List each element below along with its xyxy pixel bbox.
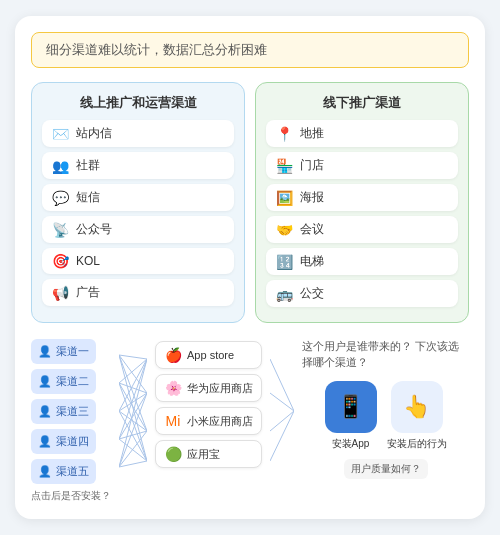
list-item: 📡 公众号	[42, 216, 234, 243]
item-label: 社群	[76, 157, 100, 174]
left-connector	[119, 341, 147, 481]
list-item: 👤 渠道二	[31, 369, 96, 394]
list-item: 👤 渠道四	[31, 429, 96, 454]
list-item: 👤 渠道三	[31, 399, 96, 424]
item-label: 公众号	[76, 221, 112, 238]
install-app-action: 📱 安装App	[325, 381, 377, 451]
list-item: Mi 小米应用商店	[155, 407, 262, 435]
left-channels-list: 👤 渠道一 👤 渠道二 👤 渠道三 👤 渠道四 👤 渠道五	[31, 339, 96, 484]
svg-line-21	[270, 393, 294, 411]
list-item: 🖼️ 海报	[266, 184, 458, 211]
ad-icon: 📢	[50, 285, 70, 301]
item-label: 地推	[300, 125, 324, 142]
app-stores-list: 🍎 App store 🌸 华为应用商店 Mi 小米应用商店 🟢 应用宝	[155, 341, 262, 468]
main-title: 细分渠道难以统计，数据汇总分析困难	[46, 42, 267, 57]
right-lines-svg	[270, 341, 294, 481]
offline-channel-box: 线下推广渠道 📍 地推 🏪 门店 🖼️ 海报 🤝 会议	[255, 82, 469, 323]
poster-icon: 🖼️	[274, 190, 294, 206]
item-label: 会议	[300, 221, 324, 238]
action-boxes: 📱 安装App 👆 安装后的行为	[325, 381, 447, 451]
install-app-icon-box: 📱	[325, 381, 377, 433]
post-install-action: 👆 安装后的行为	[387, 381, 447, 451]
meeting-icon: 🤝	[274, 222, 294, 238]
user-icon: 👤	[38, 345, 52, 358]
street-icon: 📍	[274, 126, 294, 142]
svg-line-0	[119, 355, 147, 359]
list-item: 🍎 App store	[155, 341, 262, 369]
list-item: 💬 短信	[42, 184, 234, 211]
app-label: 应用宝	[187, 447, 220, 462]
question-text: 这个用户是谁带来的？ 下次该选择哪个渠道？	[302, 340, 459, 368]
offline-items-list: 📍 地推 🏪 门店 🖼️ 海报 🤝 会议 🔢 电梯	[266, 120, 458, 307]
user-icon: 👤	[38, 375, 52, 388]
install-app-label: 安装App	[332, 437, 370, 451]
list-item: 🏪 门店	[266, 152, 458, 179]
item-label: 海报	[300, 189, 324, 206]
message-icon: ✉️	[50, 126, 70, 142]
kol-icon: 🎯	[50, 253, 70, 269]
channels-row: 线上推广和运营渠道 ✉️ 站内信 👥 社群 💬 短信 📡 公众号	[31, 82, 469, 323]
user-icon: 👤	[38, 465, 52, 478]
store-icon: 🏪	[274, 158, 294, 174]
bottom-flow-section: 👤 渠道一 👤 渠道二 👤 渠道三 👤 渠道四 👤 渠道五	[31, 339, 469, 503]
elevator-icon: 🔢	[274, 254, 294, 270]
right-connector	[270, 341, 294, 481]
list-item: 📍 地推	[266, 120, 458, 147]
left-channels-column: 👤 渠道一 👤 渠道二 👤 渠道三 👤 渠道四 👤 渠道五	[31, 339, 111, 503]
left-lines-svg	[119, 341, 147, 481]
touch-icon: 👆	[403, 394, 430, 420]
list-item: 🎯 KOL	[42, 248, 234, 274]
svg-line-6	[119, 383, 147, 431]
user-icon: 👤	[38, 435, 52, 448]
bus-icon: 🚌	[274, 286, 294, 302]
list-item: 👤 渠道五	[31, 459, 96, 484]
list-item: 👤 渠道一	[31, 339, 96, 364]
post-install-label: 安装后的行为	[387, 437, 447, 451]
phone-icon: 📱	[337, 394, 364, 420]
group-icon: 👥	[50, 158, 70, 174]
list-item: ✉️ 站内信	[42, 120, 234, 147]
list-item: 🟢 应用宝	[155, 440, 262, 468]
online-channel-box: 线上推广和运营渠道 ✉️ 站内信 👥 社群 💬 短信 📡 公众号	[31, 82, 245, 323]
list-item: 🚌 公交	[266, 280, 458, 307]
item-label: KOL	[76, 254, 100, 268]
app-label: 小米应用商店	[187, 414, 253, 429]
right-question: 这个用户是谁带来的？ 下次该选择哪个渠道？	[302, 339, 469, 371]
wechat-icon: 📡	[50, 222, 70, 238]
channel-label: 渠道三	[56, 404, 89, 419]
item-label: 门店	[300, 157, 324, 174]
item-label: 广告	[76, 284, 100, 301]
sms-icon: 💬	[50, 190, 70, 206]
item-label: 公交	[300, 285, 324, 302]
main-card: 细分渠道难以统计，数据汇总分析困难 线上推广和运营渠道 ✉️ 站内信 👥 社群 …	[15, 16, 485, 519]
list-item: 📢 广告	[42, 279, 234, 306]
huawei-icon: 🌸	[164, 380, 182, 396]
list-item: 👥 社群	[42, 152, 234, 179]
title-bar: 细分渠道难以统计，数据汇总分析困难	[31, 32, 469, 68]
install-question: 点击后是否安装？	[31, 489, 111, 503]
list-item: 🔢 电梯	[266, 248, 458, 275]
item-label: 短信	[76, 189, 100, 206]
online-items-list: ✉️ 站内信 👥 社群 💬 短信 📡 公众号 🎯 KOL	[42, 120, 234, 306]
post-install-icon-box: 👆	[391, 381, 443, 433]
item-label: 站内信	[76, 125, 112, 142]
right-section: 这个用户是谁带来的？ 下次该选择哪个渠道？ 📱 安装App 👆 安装后的行为 用…	[302, 339, 469, 479]
channel-label: 渠道五	[56, 464, 89, 479]
list-item: 🤝 会议	[266, 216, 458, 243]
user-quality-label: 用户质量如何？	[344, 459, 428, 479]
offline-title: 线下推广渠道	[266, 95, 458, 112]
app-label: App store	[187, 349, 234, 361]
item-label: 电梯	[300, 253, 324, 270]
list-item: 🌸 华为应用商店	[155, 374, 262, 402]
xiaomi-icon: Mi	[164, 413, 182, 429]
svg-line-22	[270, 411, 294, 431]
svg-line-16	[119, 359, 147, 467]
yingyongbao-icon: 🟢	[164, 446, 182, 462]
app-label: 华为应用商店	[187, 381, 253, 396]
svg-line-23	[270, 411, 294, 461]
channel-label: 渠道一	[56, 344, 89, 359]
channel-label: 渠道二	[56, 374, 89, 389]
online-title: 线上推广和运营渠道	[42, 95, 234, 112]
user-icon: 👤	[38, 405, 52, 418]
appstore-icon: 🍎	[164, 347, 182, 363]
